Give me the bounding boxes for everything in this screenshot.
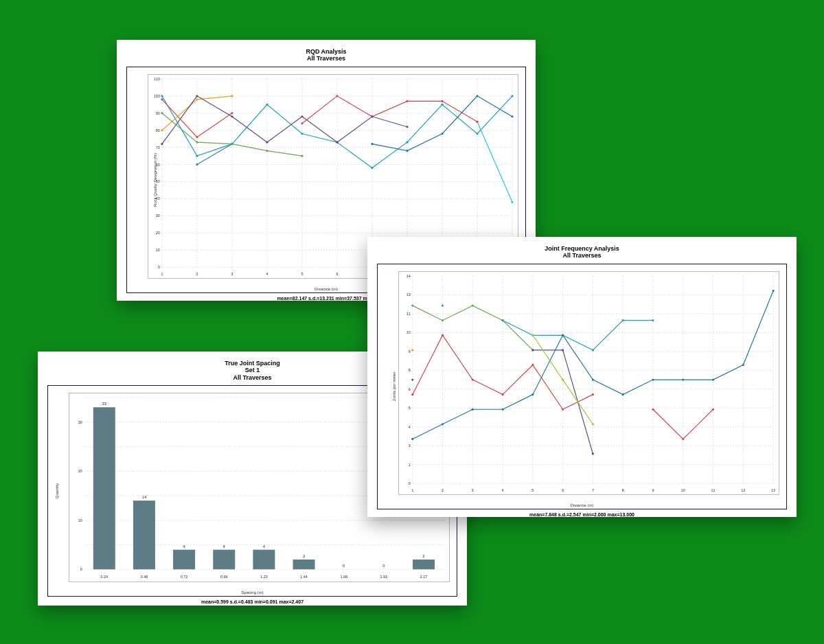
svg-point-185 [502,319,504,321]
svg-point-59 [371,143,373,145]
svg-point-74 [476,120,478,122]
svg-point-79 [196,141,198,143]
svg-point-65 [511,201,513,203]
svg-text:5: 5 [531,488,534,492]
svg-text:1.20: 1.20 [260,575,268,579]
svg-text:100: 100 [154,94,160,98]
svg-text:0.96: 0.96 [220,575,228,579]
tjs-title-line1: True Joint Spacing [225,360,280,367]
svg-text:4: 4 [266,272,268,276]
svg-point-60 [406,150,408,152]
svg-text:60: 60 [156,162,160,166]
svg-text:30: 30 [156,214,160,218]
svg-point-184 [442,304,444,306]
svg-text:1: 1 [411,488,413,492]
svg-rect-106 [133,501,155,569]
svg-text:4: 4 [223,544,226,549]
jf-ylabel: Joints per meter [392,371,396,401]
svg-text:50: 50 [156,179,160,183]
svg-point-70 [336,95,338,97]
jf-title: Joint Frequency Analysis All Traverses [377,245,787,260]
svg-point-90 [406,126,408,128]
svg-point-177 [411,304,413,306]
jf-panel: Joint Frequency Analysis All Traverses J… [367,237,797,517]
svg-point-87 [301,115,303,117]
svg-text:3: 3 [231,272,233,276]
svg-text:11: 11 [711,488,716,492]
svg-text:0.48: 0.48 [141,575,148,579]
svg-point-216 [742,364,744,366]
rqd-title-line1: RQD Analysis [306,48,346,55]
svg-point-82 [301,154,303,157]
svg-point-67 [196,136,198,138]
svg-point-63 [511,115,513,117]
svg-text:13: 13 [407,292,411,297]
svg-point-196 [562,408,564,410]
svg-text:9: 9 [652,488,654,492]
svg-text:0: 0 [158,265,160,269]
svg-text:2: 2 [303,554,305,558]
svg-text:70: 70 [156,145,160,149]
svg-point-210 [562,334,564,336]
svg-text:20: 20 [156,231,160,235]
svg-point-85 [231,115,233,117]
svg-text:3: 3 [409,444,411,448]
svg-point-205 [411,438,413,440]
svg-text:0.72: 0.72 [181,575,188,579]
svg-text:0.24: 0.24 [101,575,108,579]
svg-text:30: 30 [78,420,82,424]
svg-text:1.68: 1.68 [340,575,347,579]
svg-point-83 [161,143,163,145]
svg-point-208 [502,408,504,410]
svg-text:11: 11 [407,312,411,316]
svg-point-218 [531,334,534,336]
svg-point-192 [442,334,444,336]
svg-text:2: 2 [422,554,424,558]
svg-point-197 [592,393,594,395]
svg-point-199 [682,438,684,440]
svg-text:2: 2 [196,272,198,276]
svg-point-89 [371,115,373,117]
svg-point-75 [161,129,163,131]
svg-point-204 [592,452,594,455]
rqd-title-line2: All Traverses [126,55,526,62]
svg-text:0: 0 [343,564,345,568]
svg-text:8: 8 [409,368,411,372]
svg-point-220 [592,423,594,425]
svg-text:13: 13 [771,488,775,492]
svg-point-217 [772,290,775,292]
svg-point-61 [441,133,443,135]
svg-point-191 [411,393,413,395]
svg-point-77 [231,95,233,97]
svg-text:4: 4 [263,544,266,549]
svg-point-219 [562,378,564,380]
svg-point-84 [196,95,198,97]
svg-point-49 [196,154,198,157]
svg-text:10: 10 [156,248,160,252]
svg-text:90: 90 [156,111,160,115]
svg-text:33: 33 [102,402,107,406]
svg-point-78 [161,112,163,114]
svg-point-178 [442,319,444,321]
svg-point-68 [231,112,233,114]
svg-rect-103 [93,407,115,569]
svg-point-209 [531,393,534,395]
rqd-xlabel: Distance (m) [314,287,338,291]
svg-point-73 [441,100,443,102]
tjs-ylabel: Quantity [55,483,59,498]
svg-point-72 [406,100,408,102]
svg-point-195 [531,364,534,366]
svg-point-55 [406,141,408,143]
svg-rect-118 [293,560,315,569]
svg-text:14: 14 [142,495,147,499]
svg-point-189 [622,319,624,321]
svg-point-201 [411,378,413,380]
tjs-stats: mean=0.599 s.d.=0.483 min=0.091 max=2.40… [47,599,457,604]
svg-text:1: 1 [161,272,163,276]
svg-point-202 [531,349,534,351]
svg-point-200 [712,408,714,410]
svg-text:1.93: 1.93 [380,575,388,579]
svg-point-81 [266,150,268,152]
svg-point-194 [502,393,504,395]
svg-point-69 [301,122,303,124]
